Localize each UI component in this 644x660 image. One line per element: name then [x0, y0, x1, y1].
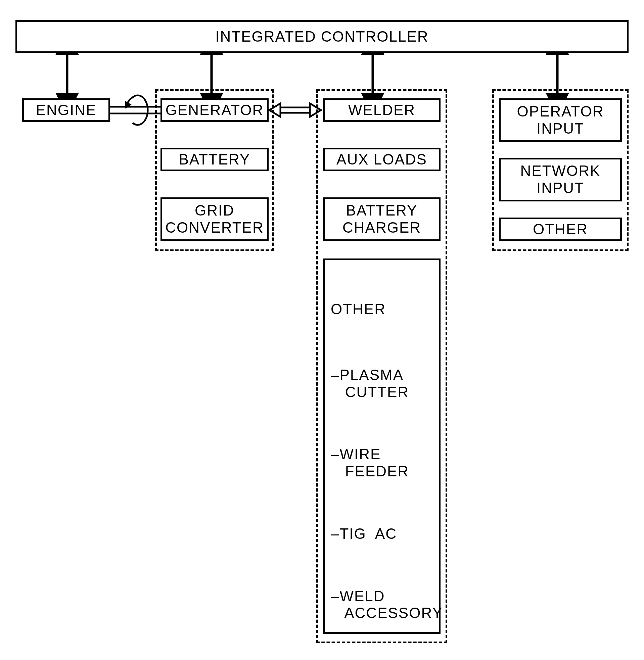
other-load-item-1: –WIRE FEEDER — [331, 446, 443, 480]
inputs-other-box: OTHER — [499, 217, 622, 241]
grid-converter-label: GRID CONVERTER — [165, 202, 263, 236]
integrated-controller-label: INTEGRATED CONTROLLER — [215, 28, 429, 45]
other-load-item-0: –PLASMA CUTTER — [331, 367, 443, 401]
integrated-controller-box: INTEGRATED CONTROLLER — [16, 20, 628, 53]
battery-label: BATTERY — [179, 151, 251, 168]
operator-input-box: OPERATOR INPUT — [499, 98, 622, 142]
aux-loads-box: AUX LOADS — [323, 148, 440, 171]
generator-box: GENERATOR — [161, 98, 269, 122]
diagram-canvas: INTEGRATED CONTROLLER ENGINE GENERATOR B… — [0, 0, 644, 660]
network-input-label: NETWORK INPUT — [521, 163, 601, 196]
inputs-other-label: OTHER — [533, 221, 588, 238]
grid-converter-box: GRID CONVERTER — [161, 197, 269, 241]
aux-loads-label: AUX LOADS — [337, 151, 427, 168]
svg-marker-6 — [125, 101, 132, 109]
engine-label: ENGINE — [36, 102, 97, 119]
network-input-box: NETWORK INPUT — [499, 158, 622, 202]
other-load-item-3: –WELD ACCESSORY — [331, 588, 443, 622]
battery-box: BATTERY — [161, 148, 269, 171]
other-loads-box: OTHER –PLASMA CUTTER –WIRE FEEDER –TIG A… — [323, 259, 440, 634]
other-loads-header: OTHER — [331, 301, 443, 318]
generator-label: GENERATOR — [165, 102, 264, 119]
welder-box: WELDER — [323, 98, 440, 122]
other-load-item-2: –TIG AC — [331, 525, 443, 542]
engine-box: ENGINE — [22, 98, 110, 122]
svg-rect-7 — [280, 108, 310, 113]
operator-input-label: OPERATOR INPUT — [517, 103, 604, 137]
welder-label: WELDER — [348, 102, 415, 119]
battery-charger-label: BATTERY CHARGER — [343, 202, 421, 236]
battery-charger-box: BATTERY CHARGER — [323, 197, 440, 241]
